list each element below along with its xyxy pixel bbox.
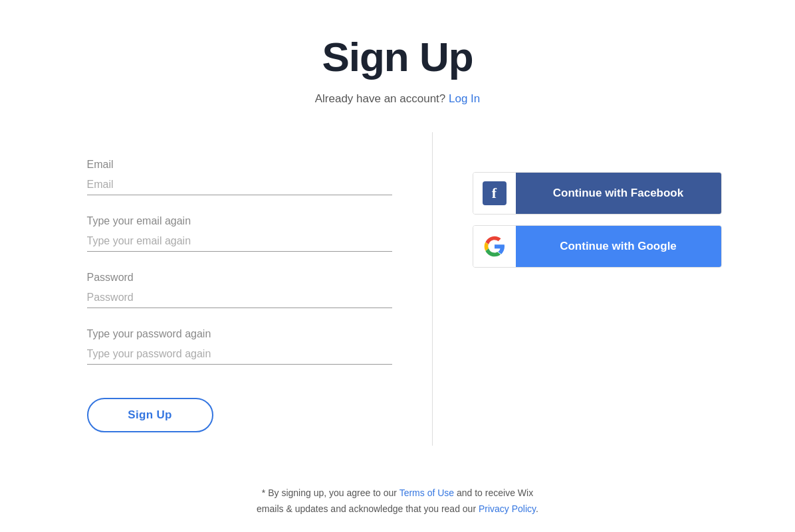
google-label-box: Continue with Google: [516, 226, 721, 267]
email-again-label: Type your email again: [87, 202, 392, 227]
login-prompt-text: Already have an account?: [315, 92, 446, 105]
signup-button[interactable]: Sign Up: [87, 398, 213, 432]
google-label: Continue with Google: [560, 240, 677, 253]
password-input[interactable]: [87, 288, 392, 308]
footer-text: * By signing up, you agree to our Terms …: [248, 486, 547, 517]
email-again-field-group: Type your email again: [87, 202, 392, 252]
google-button[interactable]: Continue with Google: [473, 225, 722, 268]
email-input[interactable]: [87, 175, 392, 195]
password-again-input[interactable]: [87, 344, 392, 365]
facebook-icon: f: [483, 181, 507, 205]
email-field-group: Email: [87, 145, 392, 195]
password-again-label: Type your password again: [87, 315, 392, 340]
page-wrapper: Sign Up Already have an account? Log In …: [0, 0, 795, 517]
terms-link[interactable]: Terms of Use: [399, 488, 454, 498]
main-content: Email Type your email again Password Typ…: [32, 132, 763, 446]
email-again-input[interactable]: [87, 231, 392, 252]
facebook-button[interactable]: f Continue with Facebook: [473, 172, 722, 215]
facebook-icon-box: f: [473, 172, 516, 215]
email-label: Email: [87, 145, 392, 171]
facebook-label: Continue with Facebook: [553, 187, 683, 200]
right-panel: f Continue with Facebook Continue wit: [433, 132, 748, 281]
footer-text-before: * By signing up, you agree to our: [262, 488, 397, 498]
page-title: Sign Up: [322, 33, 473, 80]
google-icon-box: [473, 225, 516, 268]
password-label: Password: [87, 258, 392, 284]
password-again-field-group: Type your password again: [87, 315, 392, 365]
login-prompt: Already have an account? Log In: [315, 92, 481, 106]
privacy-link[interactable]: Privacy Policy: [479, 503, 536, 514]
facebook-label-box: Continue with Facebook: [516, 173, 721, 214]
left-panel: Email Type your email again Password Typ…: [47, 132, 433, 446]
footer-text-end: .: [536, 503, 538, 514]
password-field-group: Password: [87, 258, 392, 308]
google-icon: [484, 236, 505, 257]
login-link[interactable]: Log In: [449, 92, 480, 105]
